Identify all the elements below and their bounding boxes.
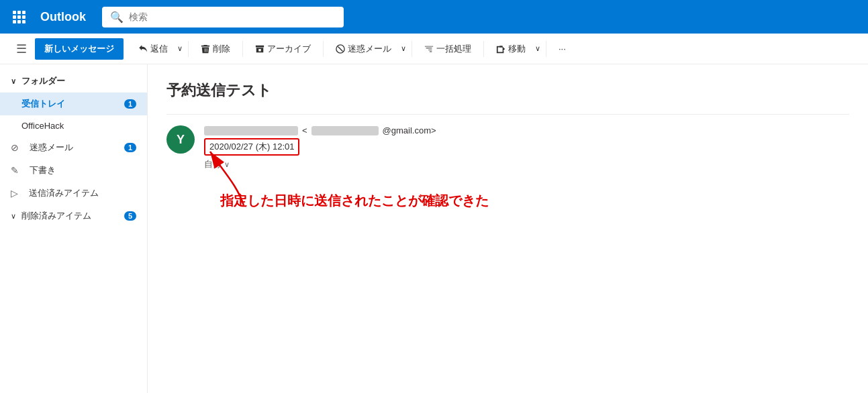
app-title: Outlook	[40, 10, 86, 24]
content-area: 予約送信テスト Y < @gmail.com> 2020/02/27 (木) 1…	[148, 64, 868, 393]
main-layout: ∨ フォルダー 受信トレイ 1 OfficeHack ⊘ 迷惑メール 1 ✎ 下…	[0, 64, 868, 393]
chevron-down-icon-deleted: ∨	[11, 212, 16, 221]
annotation-arrow	[203, 145, 284, 212]
sender-name-blurred	[204, 126, 298, 135]
sender-email-text: @gmail.com>	[383, 125, 436, 135]
email-meta: < @gmail.com> 2020/02/27 (木) 12:01 自分 ∨	[204, 125, 849, 170]
annotation-area: 指定した日時に送信されたことが確認できた	[166, 192, 849, 272]
svg-rect-2	[22, 11, 26, 14]
reply-chevron[interactable]: ∨	[177, 44, 183, 53]
inbox-badge: 1	[124, 99, 136, 109]
sent-icon: ▷	[11, 188, 18, 199]
divider-2	[242, 41, 243, 57]
junk-button[interactable]: 迷惑メール	[329, 39, 398, 59]
sidebar: ∨ フォルダー 受信トレイ 1 OfficeHack ⊘ 迷惑メール 1 ✎ 下…	[0, 64, 148, 393]
svg-rect-6	[13, 20, 16, 23]
top-bar: Outlook 🔍	[0, 0, 868, 34]
junk-folder-icon: ⊘	[11, 142, 19, 153]
svg-rect-4	[17, 15, 21, 19]
svg-rect-1	[17, 11, 21, 14]
divider-3	[323, 41, 324, 57]
more-button[interactable]: ···	[552, 40, 573, 58]
sender-line: < @gmail.com>	[204, 125, 849, 135]
email-subject: 予約送信テスト	[166, 80, 849, 101]
divider-1	[188, 41, 189, 57]
junk-chevron[interactable]: ∨	[401, 44, 406, 53]
sender-email-blurred	[311, 126, 379, 135]
deleted-badge: 5	[124, 211, 136, 221]
svg-line-10	[338, 46, 343, 51]
search-icon: 🔍	[110, 11, 124, 23]
hamburger-icon[interactable]: ☰	[11, 38, 32, 60]
divider-6	[546, 41, 546, 57]
grid-icon[interactable]	[8, 6, 30, 27]
sidebar-item-inbox[interactable]: 受信トレイ 1	[0, 93, 147, 115]
email-recipients: 自分 ∨	[204, 158, 849, 170]
junk-badge: 1	[124, 143, 136, 152]
move-button[interactable]: 移動	[489, 39, 532, 59]
sidebar-item-junk[interactable]: ⊘ 迷惑メール 1	[0, 136, 147, 159]
sidebar-item-drafts[interactable]: ✎ 下書き	[0, 159, 147, 182]
sidebar-item-deleted[interactable]: ∨ 削除済みアイテム 5	[0, 205, 147, 227]
reply-button[interactable]: 返信	[132, 39, 175, 59]
toolbar: ☰ 新しいメッセージ 返信 ∨ 削除 アーカイブ 迷惑メール ∨ 一括処理 移動…	[0, 34, 868, 64]
sidebar-item-officehack[interactable]: OfficeHack	[0, 115, 147, 136]
svg-rect-5	[22, 15, 26, 19]
svg-rect-7	[17, 20, 21, 23]
search-input[interactable]	[129, 11, 336, 22]
chevron-down-icon: ∨	[11, 77, 16, 86]
divider-5	[483, 41, 484, 57]
svg-rect-3	[13, 15, 16, 19]
search-box[interactable]: 🔍	[102, 7, 344, 27]
sidebar-item-sent[interactable]: ▷ 送信済みアイテム	[0, 182, 147, 205]
svg-rect-8	[22, 20, 26, 23]
drafts-icon: ✎	[11, 165, 19, 176]
archive-button[interactable]: アーカイブ	[248, 39, 318, 59]
avatar: Y	[166, 125, 195, 154]
divider-4	[412, 41, 412, 57]
delete-button[interactable]: 削除	[194, 39, 237, 59]
move-chevron[interactable]: ∨	[535, 44, 540, 53]
new-message-button[interactable]: 新しいメッセージ	[35, 38, 124, 60]
folder-header[interactable]: ∨ フォルダー	[0, 70, 147, 93]
svg-rect-0	[13, 11, 16, 14]
bulk-button[interactable]: 一括処理	[418, 39, 478, 59]
